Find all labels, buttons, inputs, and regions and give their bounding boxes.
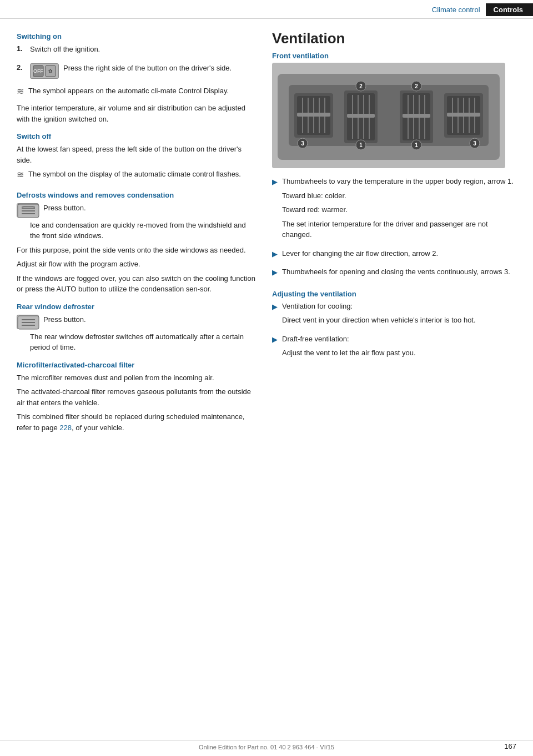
climate-symbol-icon-2: ≋	[17, 169, 24, 180]
svg-text:OFF: OFF	[33, 68, 43, 74]
defrosts-para: Ice and condensation are quickly re‑move…	[30, 220, 255, 241]
step-2-number: 2.	[17, 63, 30, 72]
defrosts-para2: For this purpose, point the side vents o…	[17, 245, 255, 256]
bullet-arrow-2: ▶	[272, 249, 278, 260]
bullet-item-2: ▶ Lever for changing the air flow direct…	[272, 248, 516, 263]
defrosts-press-text: Press button.	[43, 203, 86, 214]
adj-bullet-arrow-2: ▶	[272, 334, 278, 345]
svg-text:3: 3	[473, 140, 476, 147]
rear-defroster-button-icon	[17, 315, 39, 329]
step-1-text: Switch off the ignition.	[30, 44, 255, 55]
adj-bullet-arrow-1: ▶	[272, 301, 278, 313]
footer-text: Online Edition for Part no. 01 40 2 963 …	[199, 744, 334, 750]
bullet-1-sub3: The set interior temperature for the dri…	[282, 219, 516, 240]
svg-rect-31	[347, 114, 375, 118]
svg-rect-22	[297, 113, 330, 117]
symbol-text-1: The symbol appears on the automatic cli‑…	[28, 85, 229, 97]
svg-text:2: 2	[359, 83, 363, 89]
step-2-row: 2. OFF ✿ Press the right side of the but…	[17, 63, 255, 81]
combined-page-link: 228	[59, 424, 72, 432]
microfilter-para: The microfilter removes dust and pollen …	[17, 372, 255, 384]
ignition-para: The interior temperature, air volume and…	[17, 103, 255, 124]
svg-text:✿: ✿	[48, 68, 53, 74]
svg-rect-42	[403, 114, 430, 118]
rear-defroster-heading: Rear window defroster	[17, 303, 255, 311]
combined-para-end: , of your vehicle.	[72, 424, 124, 432]
adj-bullet-2-main: Draft-free ventilation:	[282, 334, 416, 345]
bullet-1-sub1: Toward blue: colder.	[282, 190, 516, 201]
switch-off-heading: Switch off	[17, 132, 255, 140]
adj-bullet-2-sub: Adjust the vent to let the air flow past…	[282, 347, 416, 359]
rear-defroster-indent: The rear window defroster switches off a…	[30, 331, 255, 353]
page-header: Climate control Controls	[0, 0, 533, 19]
defrosts-indent: Ice and condensation are quickly re‑move…	[30, 220, 255, 241]
climate-symbol-icon: ≋	[17, 86, 24, 97]
step-2-text: Press the right side of the button on th…	[63, 63, 232, 74]
front-ventilation-heading: Front ventilation	[272, 52, 516, 60]
switching-on-heading: Switching on	[17, 32, 255, 41]
adjusting-ventilation-list: ▶ Ventilation for cooling: Direct vent i…	[272, 301, 516, 362]
bullet-1-main: Thumbwheels to vary the temperature in t…	[282, 176, 516, 187]
rear-defroster-para: The rear window defroster switches off a…	[30, 331, 255, 353]
bullet-3-text: Thumbwheels for opening and closing the …	[282, 266, 510, 278]
footer-page-number: 167	[504, 742, 516, 750]
bullet-arrow-3: ▶	[272, 267, 278, 278]
step-1-number: 1.	[17, 44, 30, 53]
header-climate-label: Climate control	[432, 6, 486, 14]
rear-defroster-press-text: Press button.	[43, 314, 86, 325]
bullet-1-sub2: Toward red: warmer.	[282, 204, 516, 215]
svg-text:2: 2	[415, 83, 418, 89]
bullet-item-1: ▶ Thumbwheels to vary the temperature in…	[272, 176, 516, 244]
front-ventilation-list: ▶ Thumbwheels to vary the temperature in…	[272, 176, 516, 281]
defrosts-para3: Adjust air flow with the program active.	[17, 259, 255, 270]
step-1-row: 1. Switch off the ignition.	[17, 44, 255, 58]
footer: Online Edition for Part no. 01 40 2 963 …	[0, 740, 533, 750]
button-icon: OFF ✿	[30, 63, 59, 79]
adj-bullet-item-2: ▶ Draft-free ventilation: Adjust the ven…	[272, 334, 516, 362]
right-column: Ventilation Front ventilation	[272, 24, 516, 436]
header-controls-label: Controls	[486, 3, 533, 16]
step-1-content: Switch off the ignition.	[30, 44, 255, 58]
defrosts-press-row: Press button.	[17, 203, 255, 218]
combined-para-text: This combined filter should be replaced …	[17, 412, 244, 432]
defrosts-para4: If the windows are fogged over, you can …	[17, 273, 255, 295]
svg-rect-54	[447, 113, 480, 117]
symbol-text-2: The symbol on the display of the automat…	[28, 169, 241, 180]
bullet-1-content: Thumbwheels to vary the temperature in t…	[282, 176, 516, 244]
adj-bullet-1-content: Ventilation for cooling: Direct vent in …	[282, 301, 476, 329]
svg-text:3: 3	[301, 140, 304, 147]
symbol-row-2: ≋ The symbol on the display of the autom…	[17, 169, 255, 183]
bullet-arrow-1: ▶	[272, 177, 278, 188]
adj-bullet-1-main: Ventilation for cooling:	[282, 301, 476, 312]
svg-text:1: 1	[415, 142, 418, 148]
symbol-row-1: ≋ The symbol appears on the automatic cl…	[17, 85, 255, 100]
microfilter-heading: Microfilter/activated-charcoal filter	[17, 361, 255, 369]
bullet-item-3: ▶ Thumbwheels for opening and closing th…	[272, 266, 516, 281]
step-2-content: OFF ✿ Press the right side of the button…	[30, 63, 255, 81]
rear-defroster-press-row: Press button.	[17, 314, 255, 329]
adj-bullet-1-sub: Direct vent in your direction when vehic…	[282, 315, 476, 326]
adjusting-heading: Adjusting the ventilation	[272, 290, 516, 298]
adj-bullet-2-content: Draft-free ventilation: Adjust the vent …	[282, 334, 416, 362]
ventilation-heading: Ventilation	[272, 30, 516, 47]
charcoal-para: The activated-charcoal filter removes ga…	[17, 386, 255, 408]
switch-off-para: At the lowest fan speed, press the left …	[17, 144, 255, 165]
defrosts-heading: Defrosts windows and removes condensatio…	[17, 191, 255, 199]
vent-diagram: 3 1 2	[272, 63, 505, 168]
bullet-2-text: Lever for changing the air flow directio…	[282, 248, 438, 259]
defroster-button-icon	[17, 203, 39, 218]
adj-bullet-item-1: ▶ Ventilation for cooling: Direct vent i…	[272, 301, 516, 329]
svg-text:1: 1	[359, 142, 363, 148]
left-column: Switching on 1. Switch off the ignition.…	[17, 24, 255, 436]
combined-para: This combined filter should be replaced …	[17, 411, 255, 433]
main-content: Switching on 1. Switch off the ignition.…	[0, 24, 533, 436]
